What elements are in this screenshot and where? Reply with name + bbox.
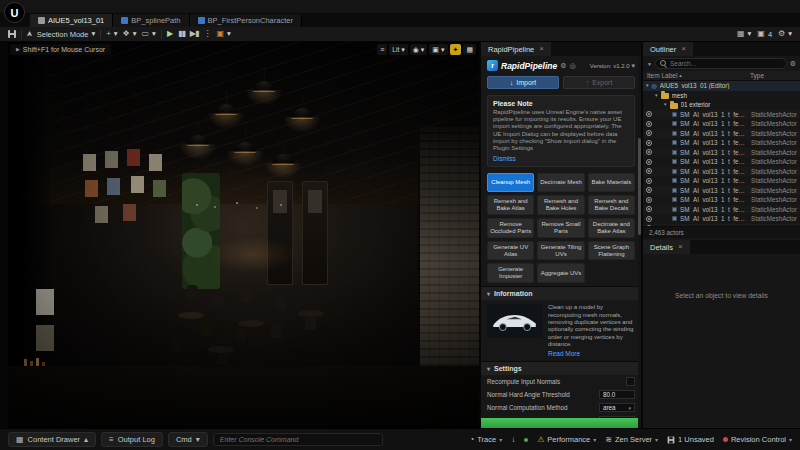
camera-dropdown[interactable]: [429, 44, 447, 55]
visibility-toggle-icon[interactable]: [646, 206, 652, 212]
visibility-toggle-icon[interactable]: [646, 197, 652, 203]
content-drawer-button[interactable]: Content Drawer: [8, 432, 96, 447]
visibility-toggle-icon[interactable]: [646, 187, 652, 193]
pipeline-action-button[interactable]: Generate Tiling UVs: [537, 241, 584, 261]
pipeline-action-button[interactable]: Cleanup Mesh: [487, 173, 534, 192]
derived-data-button[interactable]: [511, 436, 515, 444]
pipeline-action-button[interactable]: Remove Small Parts: [537, 218, 584, 238]
cmd-dropdown[interactable]: Cmd: [168, 432, 208, 447]
expander-icon[interactable]: [664, 102, 667, 107]
outliner-actor-row[interactable]: SM_AI_vol13_1_t_fence_1_83 StaticMeshAct…: [643, 186, 800, 196]
add-content-button[interactable]: [106, 30, 117, 38]
column-type[interactable]: Type: [750, 72, 796, 79]
platforms-button[interactable]: [216, 30, 230, 38]
export-button[interactable]: Export: [563, 76, 635, 89]
outliner-actor-row[interactable]: SM_AI_vol13_1_t_fence_1_80 StaticMeshAct…: [643, 157, 800, 167]
pipeline-action-button[interactable]: Bake Materials: [588, 173, 635, 192]
panel-scrollbar[interactable]: [638, 56, 641, 428]
camera-speed-button[interactable]: 4: [757, 30, 772, 39]
console-command-input[interactable]: [220, 436, 376, 443]
snap-grid-button[interactable]: [737, 30, 751, 38]
setting-value-field[interactable]: 80.0: [599, 390, 635, 399]
dismiss-link[interactable]: Dismiss: [493, 155, 629, 162]
tab-details[interactable]: Details: [643, 240, 690, 254]
viewport-options-button[interactable]: [377, 44, 387, 55]
visibility-toggle-icon[interactable]: [646, 130, 652, 136]
plugin-settings-icon[interactable]: [560, 62, 566, 69]
show-flags-dropdown[interactable]: [410, 44, 428, 55]
search-input[interactable]: [670, 60, 782, 67]
outliner-actor-row[interactable]: SM_AI_vol13_1_t_fence_1_85 StaticMeshAct…: [643, 205, 800, 215]
level-viewport[interactable]: Shift+F1 for Mouse Cursor Lit: [8, 42, 479, 428]
play-options-button[interactable]: [203, 30, 211, 38]
search-box[interactable]: [655, 58, 787, 69]
pipeline-action-button[interactable]: Remesh and Bake Decals: [588, 195, 635, 215]
information-section-header[interactable]: Information: [481, 286, 641, 300]
version-dropdown[interactable]: Version: v1.2.0: [590, 62, 635, 69]
pipeline-action-button[interactable]: Generate UV Atlas: [487, 241, 534, 261]
grid-toggle[interactable]: [463, 44, 476, 55]
outliner-folder-row[interactable]: mesh: [643, 91, 800, 101]
pipeline-action-button[interactable]: Decimate Mesh: [537, 173, 584, 192]
pipeline-action-button[interactable]: Scene Graph Flattening: [588, 241, 635, 261]
import-button[interactable]: Import: [487, 76, 559, 89]
skip-frame-button[interactable]: [190, 30, 199, 38]
selection-mode-dropdown[interactable]: Selection Mode: [27, 30, 95, 39]
cinematics-button[interactable]: [142, 30, 156, 38]
read-more-link[interactable]: Read More: [548, 350, 635, 357]
outliner-actor-row[interactable]: SM_AI_vol13_1_t_fence_1_76 StaticMeshAct…: [643, 110, 800, 120]
asset-tab[interactable]: BP_FirstPersonCharacter: [190, 14, 302, 27]
visibility-toggle-icon[interactable]: [646, 140, 652, 146]
outliner-settings-icon[interactable]: [790, 60, 796, 67]
outliner-actor-row[interactable]: SM_AI_vol13_1_t_fence_1_78 StaticMeshAct…: [643, 138, 800, 148]
settings-dropdown[interactable]: [778, 30, 792, 38]
pipeline-action-button[interactable]: Aggregate UVs: [537, 263, 584, 283]
outliner-actor-row[interactable]: SM_AI_vol13_1_t_fence_1_75 StaticMeshAct…: [643, 119, 800, 129]
outliner-actor-row[interactable]: SM_AI_vol13_1_t_fence_1_81 StaticMeshAct…: [643, 167, 800, 177]
visibility-toggle-icon[interactable]: [646, 149, 652, 155]
outliner-actor-row[interactable]: SM_AI_vol13_1_t_fence_1_82 StaticMeshAct…: [643, 176, 800, 186]
visibility-toggle-icon[interactable]: [646, 111, 652, 117]
visibility-toggle-icon[interactable]: [646, 178, 652, 184]
save-button[interactable]: [8, 30, 16, 38]
close-icon[interactable]: [539, 45, 544, 53]
close-icon[interactable]: [678, 243, 683, 251]
visibility-toggle-icon[interactable]: [646, 216, 652, 222]
zen-server-dropdown[interactable]: Zen Server: [605, 435, 658, 444]
pipeline-action-button[interactable]: Remove Occluded Parts: [487, 218, 534, 238]
setting-value-field[interactable]: area: [599, 403, 635, 412]
outliner-actor-row[interactable]: SM_AI_vol13_1_t_fence_1_86 StaticMeshAct…: [643, 214, 800, 224]
play-button[interactable]: [167, 30, 173, 38]
pipeline-action-button[interactable]: Generate Imposter: [487, 263, 534, 283]
filter-icon[interactable]: [647, 61, 652, 67]
asset-tab[interactable]: AIUE5_vol13_01: [30, 14, 113, 27]
blueprints-button[interactable]: [123, 30, 137, 38]
outliner-actor-row[interactable]: SM_AI_vol13_1_t_fence_1_79 StaticMeshAct…: [643, 148, 800, 158]
revision-control-dropdown[interactable]: Revision Control: [723, 435, 792, 444]
tab-outliner[interactable]: Outliner: [643, 42, 693, 56]
trace-dropdown[interactable]: Trace: [469, 435, 502, 444]
unreal-logo-icon[interactable]: [4, 2, 25, 23]
unsaved-button[interactable]: 1 Unsaved: [667, 435, 714, 444]
output-log-button[interactable]: Output Log: [101, 432, 163, 447]
outliner-actor-row[interactable]: SM_AI_vol13_1_t_fence_1_77 StaticMeshAct…: [643, 129, 800, 139]
run-button[interactable]: [481, 418, 638, 428]
game-view-toggle[interactable]: [450, 44, 462, 55]
help-icon[interactable]: [570, 62, 576, 69]
visibility-toggle-icon[interactable]: [646, 121, 652, 127]
console-command-box[interactable]: [213, 433, 383, 446]
asset-tab[interactable]: BP_splinePath: [113, 14, 189, 27]
pipeline-action-button[interactable]: Remesh and Bake Atlas: [487, 195, 534, 215]
outliner-world-row[interactable]: AIUE5_vol13_01 (Editor): [643, 81, 800, 91]
setting-value-field[interactable]: [626, 377, 635, 386]
visibility-toggle-icon[interactable]: [646, 225, 652, 226]
visibility-toggle-icon[interactable]: [646, 168, 652, 174]
outliner-folder-row[interactable]: 01 exterior: [643, 100, 800, 110]
expander-icon[interactable]: [646, 83, 649, 88]
column-item-label[interactable]: Item Label: [647, 72, 750, 79]
close-icon[interactable]: [681, 45, 686, 53]
pause-button[interactable]: [178, 30, 185, 38]
settings-section-header[interactable]: Settings: [481, 361, 641, 375]
view-mode-dropdown[interactable]: Lit: [389, 44, 407, 55]
visibility-toggle-icon[interactable]: [646, 159, 652, 165]
